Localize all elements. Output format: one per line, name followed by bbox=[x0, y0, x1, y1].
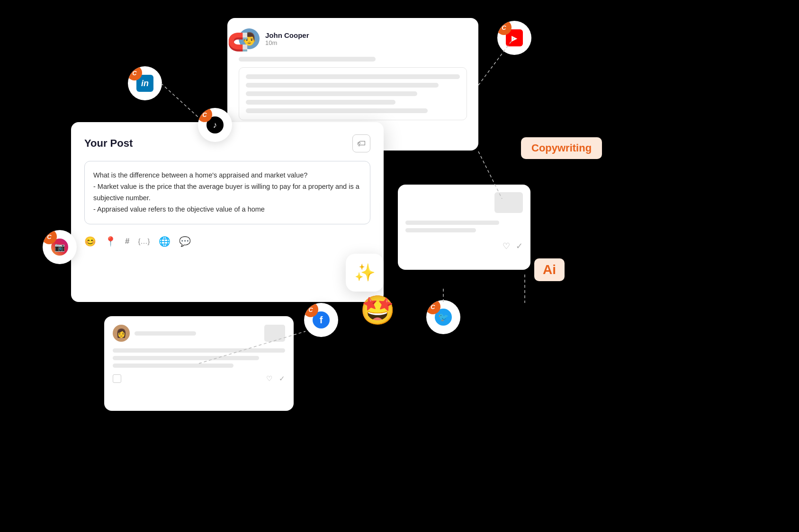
post-card: Your Post 🏷 What is the difference betwe… bbox=[71, 122, 384, 302]
bottom-card-actions: ♡ ✓ bbox=[113, 374, 285, 383]
location-icon[interactable]: 📍 bbox=[105, 236, 117, 247]
skeleton-line-4 bbox=[246, 91, 417, 96]
avatar-sm: 👩 bbox=[113, 325, 130, 342]
tiktok-bubble[interactable]: C ♪ bbox=[198, 108, 232, 142]
code-icon[interactable]: {…} bbox=[138, 237, 150, 245]
card-actions: ♡ ✓ bbox=[405, 241, 523, 251]
content-line-1 bbox=[113, 348, 285, 353]
user-name: John Cooper bbox=[265, 31, 309, 39]
twitter-logo: C 🐦 bbox=[426, 300, 460, 334]
sk-line-1 bbox=[405, 221, 499, 225]
hashtag-icon[interactable]: # bbox=[125, 237, 129, 246]
content-area bbox=[239, 67, 467, 120]
facebook-bubble[interactable]: C f bbox=[304, 303, 338, 337]
svg-line-5 bbox=[161, 83, 204, 122]
tiktok-logo: C ♪ bbox=[198, 108, 232, 142]
skeleton-line-6 bbox=[246, 108, 428, 113]
name-skeleton bbox=[135, 331, 196, 336]
user-row-2: 👩 bbox=[113, 325, 285, 342]
star-emoji: 🤩 bbox=[360, 293, 395, 327]
ai-badge: Ai bbox=[534, 258, 565, 281]
globe-icon[interactable]: 🌐 bbox=[159, 236, 171, 247]
sk-line-2 bbox=[405, 228, 476, 232]
img-placeholder-sm bbox=[264, 325, 285, 342]
checkbox-icon[interactable] bbox=[113, 374, 121, 383]
facebook-logo: C f bbox=[304, 303, 338, 337]
content-line-3 bbox=[113, 364, 233, 368]
linkedin-bubble[interactable]: C in bbox=[128, 66, 162, 100]
skeleton-line-2 bbox=[246, 74, 460, 79]
check-icon-sm[interactable]: ✓ bbox=[279, 374, 285, 383]
magnet-icon: 🧲 bbox=[227, 32, 249, 52]
toolbar: 😊 📍 # {…} 🌐 💬 bbox=[84, 232, 370, 249]
instagram-logo: C 📷 bbox=[43, 230, 77, 264]
chat-icon[interactable]: 💬 bbox=[179, 236, 191, 247]
image-placeholder bbox=[494, 192, 523, 213]
user-info: John Cooper 10m bbox=[265, 31, 309, 46]
copywriting-label: Copywriting bbox=[531, 142, 592, 154]
bottom-left-card: 👩 ♡ ✓ bbox=[104, 316, 294, 411]
check-icon[interactable]: ✓ bbox=[516, 241, 523, 251]
twitter-bubble[interactable]: C 🐦 bbox=[426, 300, 460, 334]
right-preview-card: ♡ ✓ bbox=[398, 185, 530, 270]
emoji-icon[interactable]: 😊 bbox=[84, 236, 96, 247]
heart-icon[interactable]: ♡ bbox=[503, 241, 510, 251]
post-content-text: What is the difference between a home's … bbox=[93, 170, 361, 215]
post-time: 10m bbox=[265, 39, 309, 46]
tag-icon[interactable]: 🏷 bbox=[352, 134, 370, 152]
heart-icon-sm[interactable]: ♡ bbox=[266, 374, 272, 383]
copywriting-badge: Copywriting bbox=[521, 137, 602, 159]
youtube-bubble[interactable]: C ▶ bbox=[497, 21, 531, 55]
instagram-bubble[interactable]: C 📷 bbox=[43, 230, 77, 264]
magic-wand-button[interactable]: ✨ bbox=[346, 254, 384, 292]
content-line-2 bbox=[113, 356, 259, 360]
user-row: 👨 John Cooper 10m bbox=[239, 28, 467, 49]
linkedin-logo: C in bbox=[128, 66, 162, 100]
ai-label: Ai bbox=[543, 262, 556, 277]
youtube-logo: C ▶ bbox=[497, 21, 531, 55]
post-content-box[interactable]: What is the difference between a home's … bbox=[84, 161, 370, 224]
skeleton-line-5 bbox=[246, 100, 395, 105]
skeleton-line-3 bbox=[246, 83, 439, 88]
wand-icon: ✨ bbox=[354, 263, 376, 283]
skeleton-line-1 bbox=[239, 57, 376, 62]
post-title: Your Post bbox=[84, 137, 133, 150]
